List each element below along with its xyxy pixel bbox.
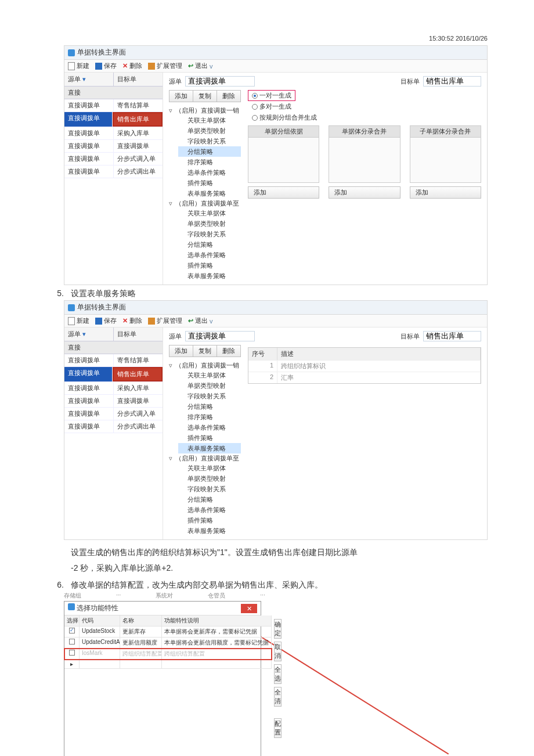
btn-add-col3[interactable]: 添加 <box>410 186 481 199</box>
tree-leaf[interactable]: 选单条件策略 <box>178 250 241 260</box>
btn-ok[interactable]: 确定 <box>274 619 282 639</box>
input-dst[interactable] <box>423 331 481 341</box>
col-src[interactable]: 源单 ▾ <box>64 327 114 341</box>
tree-expand-icon[interactable]: ▿ <box>169 199 174 208</box>
input-dst[interactable] <box>423 76 481 87</box>
tree-leaf[interactable]: 选单条件策略 <box>178 422 241 433</box>
col-desc[interactable]: 功能特性说明 <box>162 615 272 627</box>
tree-leaf[interactable]: 字段映射关系 <box>178 136 241 146</box>
col-name[interactable]: 名称 <box>120 615 162 627</box>
tree-leaf[interactable]: 分组策略 <box>178 239 241 250</box>
tree-leaf[interactable]: 分组策略 <box>178 494 241 505</box>
grid-cell[interactable]: UpdateStock <box>80 627 120 638</box>
tree-leaf-form-service[interactable]: 表单服务策略 <box>178 443 241 453</box>
tree-leaf[interactable]: 排序策略 <box>178 157 241 167</box>
grid-cell[interactable]: 分步式调入单 <box>114 408 163 420</box>
grid-cell[interactable]: 直接调拨单 <box>64 140 114 152</box>
btn-add-col1[interactable]: 添加 <box>248 186 319 199</box>
grid-cell[interactable]: 销售出库单 <box>113 112 163 127</box>
tree-leaf[interactable]: 关联主单据体 <box>178 463 241 473</box>
tb-del[interactable]: ✕删除 <box>122 316 142 325</box>
tree-group[interactable]: （启用）直接调拨一销 <box>175 106 239 115</box>
col-desc[interactable]: 描述 <box>277 348 481 360</box>
col-src[interactable]: 源单 ▾ <box>64 73 114 86</box>
tb-save[interactable]: 保存 <box>95 62 117 70</box>
grid-group-direct[interactable]: 直接 <box>64 341 163 354</box>
radio-many-one[interactable]: 多对一生成 <box>248 101 295 112</box>
tree-leaf[interactable]: 排序策略 <box>178 412 241 422</box>
grid-cell[interactable]: 寄售结算单 <box>114 354 163 366</box>
grid-cell[interactable]: 跨组织结算标识 <box>277 360 481 372</box>
btn-copy[interactable]: 复制 <box>193 345 217 357</box>
btn-select-all[interactable]: 全选 <box>274 664 282 684</box>
tree-leaf[interactable]: 字段映射关系 <box>178 484 241 494</box>
tree-expand-icon[interactable]: ▿ <box>169 453 174 463</box>
grid-cell[interactable]: 1 <box>248 360 277 372</box>
tree-leaf[interactable]: 关联主单据体 <box>178 208 241 218</box>
radio-one-one[interactable]: 一对一生成 <box>248 90 295 101</box>
tb-exit[interactable]: ↩退出 v <box>188 62 213 70</box>
listbox[interactable] <box>329 138 400 183</box>
tree-leaf[interactable]: 字段映射关系 <box>178 391 241 401</box>
tree-leaf[interactable]: 选单条件策略 <box>178 505 241 515</box>
grid-cell[interactable]: IosMark <box>80 649 120 660</box>
checkbox[interactable] <box>69 650 75 656</box>
btn-cancel[interactable]: 取消 <box>274 642 282 661</box>
grid-cell[interactable]: 本单据将会更新信用额度，需要标记凭据 <box>162 638 272 649</box>
btn-add[interactable]: 添加 <box>169 345 193 357</box>
tree-leaf[interactable]: 表单服务策略 <box>178 525 241 536</box>
tree-leaf[interactable]: 单据类型映射 <box>178 380 241 391</box>
radio-group[interactable]: 按规则分组合并生成 <box>248 112 321 123</box>
grid-cell[interactable]: 本单据将会更新库存，需要标记凭据 <box>162 627 272 638</box>
tree-leaf[interactable]: 字段映射关系 <box>178 229 241 239</box>
grid-cell[interactable]: 直接调拨单 <box>64 112 113 127</box>
grid-cell[interactable]: 直接调拨单 <box>64 354 114 366</box>
tree-leaf[interactable]: 插件策略 <box>178 178 241 188</box>
tree-expand-icon[interactable]: ▿ <box>169 106 174 115</box>
grid-cell[interactable]: 直接调拨单 <box>114 140 163 152</box>
grid-cell[interactable]: 2 <box>248 372 277 383</box>
grid-cell[interactable]: 分步式调入单 <box>114 153 163 165</box>
tree-group[interactable]: （启用）直接调拨单至 <box>175 453 239 463</box>
grid-cell[interactable]: 直接调拨单 <box>64 127 114 139</box>
tree-group[interactable]: （启用）直接调拨单至 <box>175 199 239 208</box>
checkbox[interactable] <box>69 639 75 645</box>
grid-cell[interactable]: 直接调拨单 <box>64 395 114 407</box>
col-dst[interactable]: 目标单 <box>114 73 163 86</box>
tb-new[interactable]: 新建 <box>68 316 89 325</box>
btn-del[interactable]: 删除 <box>217 90 241 102</box>
grid-cell[interactable]: 采购入库单 <box>114 382 163 394</box>
col-index[interactable]: 序号 <box>248 348 277 360</box>
grid-cell[interactable]: 直接调拨单 <box>114 395 163 407</box>
grid-cell[interactable]: 跨组织结算配置 <box>120 649 162 660</box>
tree-leaf[interactable]: 插件策略 <box>178 433 241 443</box>
grid-cell[interactable]: 直接调拨单 <box>64 99 114 111</box>
col-code[interactable]: 代码 <box>80 615 120 627</box>
tree-leaf[interactable]: 分组策略 <box>178 401 241 412</box>
tree-leaf-group-strategy[interactable]: 分组策略 <box>178 146 241 157</box>
tree-group[interactable]: （启用）直接调拨一销 <box>175 361 239 370</box>
grid-cell[interactable]: UpdateCreditA... <box>80 638 120 649</box>
listbox[interactable] <box>410 138 481 183</box>
tb-del[interactable]: ✕删除 <box>122 62 142 70</box>
grid-cell[interactable]: 直接调拨单 <box>64 420 114 433</box>
btn-add[interactable]: 添加 <box>169 90 193 102</box>
col-select[interactable]: 选择 <box>64 615 80 627</box>
tree-leaf[interactable]: 插件策略 <box>178 515 241 525</box>
grid-group-direct[interactable]: 直接 <box>64 87 163 99</box>
tb-exit[interactable]: ↩退出 v <box>188 316 213 325</box>
tree-leaf[interactable]: 表单服务策略 <box>178 188 241 199</box>
input-src[interactable] <box>185 76 255 87</box>
tb-new[interactable]: 新建 <box>68 62 89 70</box>
close-icon[interactable]: ✕ <box>241 604 257 613</box>
tree-leaf[interactable]: 选单条件策略 <box>178 167 241 178</box>
input-src[interactable] <box>185 331 255 341</box>
grid-cell[interactable]: 更新信用额度 <box>120 638 162 649</box>
grid-cell[interactable]: 分步式调出单 <box>114 165 163 178</box>
grid-cell[interactable]: 直接调拨单 <box>64 165 114 178</box>
grid-cell[interactable]: 跨组织结算配置 <box>162 649 272 660</box>
tree-leaf[interactable]: 关联主单据体 <box>178 370 241 380</box>
tree-expand-icon[interactable]: ▿ <box>169 361 174 370</box>
tree-leaf[interactable]: 单据类型映射 <box>178 473 241 484</box>
listbox[interactable] <box>248 138 319 183</box>
